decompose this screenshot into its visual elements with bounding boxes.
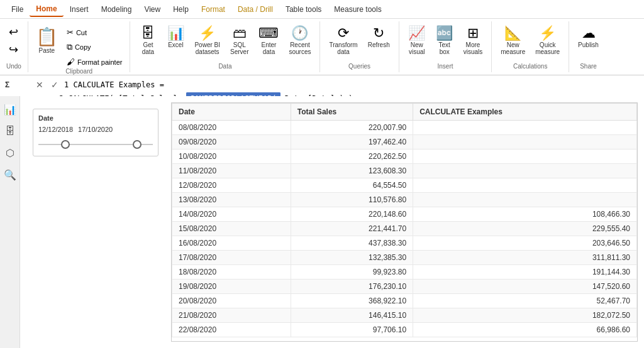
excel-icon (167, 26, 184, 40)
left-sidebar: 📊 🗄 ⬡ 🔍 (0, 96, 20, 107)
copy-button[interactable]: Copy (64, 41, 125, 53)
col-header-calc-examples: CALCULATE Examples (413, 104, 637, 107)
menu-insert[interactable]: Insert (64, 3, 95, 16)
new-measure-button[interactable]: New measure (497, 24, 529, 58)
refresh-label: Refresh (368, 41, 390, 48)
cut-icon (67, 28, 74, 37)
new-measure-label: New measure (501, 41, 525, 55)
clipboard-right: Cut Copy Format painter (64, 24, 125, 68)
cut-button[interactable]: Cut (64, 26, 125, 38)
sql-label: SQL Server (230, 41, 248, 55)
cut-label: Cut (76, 29, 87, 36)
transform-label: Transform data (329, 41, 357, 55)
publish-label: Publish (578, 41, 599, 48)
sql-icon (233, 26, 247, 40)
format-painter-icon (67, 57, 75, 67)
format-painter-button[interactable]: Format painter (64, 56, 125, 68)
share-section: Publish Share (569, 21, 608, 72)
transform-icon (338, 26, 349, 40)
formula-text: 1 CALCULATE Examples = (64, 80, 639, 89)
calculations-section: New measure Quick measure Calculations (492, 21, 569, 72)
clipboard-section: Paste Cut Copy Format painter Clipboard (28, 21, 131, 72)
paste-label: Paste (39, 47, 55, 54)
formula-bar-name: Σ (5, 80, 30, 89)
undo-section: Undo (0, 21, 28, 72)
insert-section: New visual Text box More visuals Insert (399, 21, 492, 72)
share-label: Share (574, 63, 602, 70)
calculations-label: Calculations (497, 63, 564, 70)
enter-data-icon (258, 26, 279, 40)
col-header-total-sales: Total Sales (291, 104, 413, 107)
redo-button[interactable] (6, 41, 21, 58)
quick-measure-button[interactable]: Quick measure (531, 24, 564, 58)
queries-label: Queries (325, 63, 393, 70)
refresh-button[interactable]: Refresh (364, 24, 394, 51)
menu-view[interactable]: View (138, 3, 167, 16)
undo-label: Undo (6, 63, 21, 70)
text-box-label: Text box (439, 41, 450, 55)
data-table-container: Date Total Sales CALCULATE Examples 08/0… (171, 102, 638, 107)
get-data-label: Get data (142, 41, 154, 55)
recent-label: Recent sources (289, 41, 311, 55)
recent-sources-button[interactable]: Recent sources (285, 24, 314, 58)
menu-file[interactable]: File (5, 3, 30, 16)
menu-help[interactable]: Help (167, 3, 195, 16)
menu-home[interactable]: Home (30, 2, 63, 17)
sql-button[interactable]: SQL Server (226, 24, 252, 58)
insert-label: Insert (404, 63, 487, 70)
data-table: Date Total Sales CALCULATE Examples 08/0… (172, 103, 637, 107)
formula-check-icon[interactable]: ✓ (49, 79, 60, 90)
powerbi-button[interactable]: Power BI datasets (191, 24, 224, 58)
copy-label: Copy (75, 43, 91, 51)
menu-modeling[interactable]: Modeling (95, 3, 138, 16)
formula-line1: 1 CALCULATE Examples = (64, 80, 164, 89)
quick-measure-label: Quick measure (535, 41, 560, 55)
new-visual-icon (408, 26, 425, 40)
text-box-icon (436, 26, 453, 40)
quick-measure-icon (539, 26, 556, 40)
col-header-date: Date (172, 104, 291, 107)
paste-icon (36, 26, 58, 47)
new-measure-icon (504, 26, 521, 40)
excel-button[interactable]: Excel (163, 24, 188, 51)
queries-section: Transform data Refresh Queries (320, 21, 399, 72)
powerbi-label: Power BI datasets (194, 41, 220, 55)
more-visuals-icon (467, 26, 479, 40)
new-visual-button[interactable]: New visual (404, 24, 430, 58)
paste-button[interactable]: Paste (33, 24, 60, 57)
publish-button[interactable]: Publish (574, 24, 602, 51)
more-visuals-label: More visuals (464, 41, 483, 55)
more-visuals-button[interactable]: More visuals (460, 24, 487, 58)
ribbon: Undo Paste Cut Copy Format painter (0, 19, 644, 75)
powerbi-icon (199, 26, 216, 40)
menu-measuretools[interactable]: Measure tools (328, 3, 387, 16)
excel-label: Excel (168, 41, 183, 48)
new-visual-label: New visual (409, 41, 425, 55)
refresh-icon (373, 26, 384, 40)
recent-icon (291, 26, 308, 40)
enter-data-button[interactable]: Enter data (255, 24, 282, 58)
publish-icon (582, 26, 596, 40)
transform-button[interactable]: Transform data (325, 24, 361, 58)
undo-button[interactable] (6, 24, 21, 40)
text-box-button[interactable]: Text box (432, 24, 457, 58)
main-content: Date 12/12/2018 17/10/2020 Date Total Sa… (20, 96, 644, 107)
menu-datadrill[interactable]: Data / Drill (231, 3, 279, 16)
sidebar-report-icon[interactable]: 📊 (1, 101, 19, 107)
copy-icon (67, 42, 72, 52)
get-data-icon (141, 26, 155, 40)
enter-label: Enter data (262, 41, 277, 55)
data-section: Get data Excel Power BI datasets SQL Ser… (130, 21, 320, 72)
menu-tabletools[interactable]: Table tools (279, 3, 328, 16)
clipboard-label: Clipboard (33, 68, 125, 75)
format-painter-label: Format painter (77, 58, 123, 66)
formula-close-icon[interactable]: ✕ (34, 79, 45, 90)
menu-format[interactable]: Format (195, 3, 231, 16)
get-data-button[interactable]: Get data (135, 24, 160, 58)
menu-bar: File Home Insert Modeling View Help Form… (0, 0, 644, 19)
data-label: Data (135, 63, 314, 70)
